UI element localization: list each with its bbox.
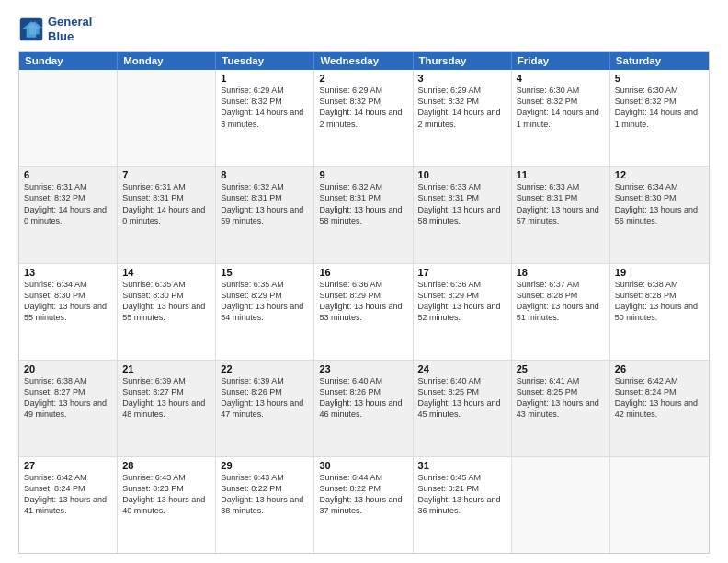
cell-text: Sunrise: 6:29 AMSunset: 8:32 PMDaylight:…: [319, 85, 407, 130]
calendar-cell: 28Sunrise: 6:43 AMSunset: 8:23 PMDayligh…: [118, 457, 216, 553]
day-number: 31: [418, 460, 506, 471]
cell-text: Sunrise: 6:37 AMSunset: 8:28 PMDaylight:…: [517, 279, 605, 324]
cell-text: Sunrise: 6:44 AMSunset: 8:22 PMDaylight:…: [319, 472, 407, 517]
cell-text: Sunrise: 6:30 AMSunset: 8:32 PMDaylight:…: [615, 85, 704, 130]
calendar-cell: 5Sunrise: 6:30 AMSunset: 8:32 PMDaylight…: [610, 70, 709, 166]
day-number: 23: [319, 363, 407, 374]
cell-text: Sunrise: 6:31 AMSunset: 8:31 PMDaylight:…: [122, 181, 210, 226]
calendar-row: 1Sunrise: 6:29 AMSunset: 8:32 PMDaylight…: [19, 70, 709, 167]
calendar-header-cell: Tuesday: [216, 52, 314, 70]
cell-text: Sunrise: 6:29 AMSunset: 8:32 PMDaylight:…: [418, 85, 506, 130]
calendar-row: 6Sunrise: 6:31 AMSunset: 8:32 PMDaylight…: [19, 167, 709, 263]
calendar-cell: 2Sunrise: 6:29 AMSunset: 8:32 PMDaylight…: [314, 70, 413, 166]
day-number: 4: [517, 73, 605, 84]
calendar-cell: [610, 457, 709, 553]
day-number: 10: [418, 169, 506, 180]
calendar-cell: 7Sunrise: 6:31 AMSunset: 8:31 PMDaylight…: [118, 167, 216, 262]
day-number: 9: [319, 169, 407, 180]
calendar-cell: [512, 457, 610, 553]
cell-text: Sunrise: 6:40 AMSunset: 8:25 PMDaylight:…: [418, 375, 506, 420]
day-number: 25: [517, 363, 605, 374]
calendar-cell: 27Sunrise: 6:42 AMSunset: 8:24 PMDayligh…: [19, 457, 118, 553]
cell-text: Sunrise: 6:30 AMSunset: 8:32 PMDaylight:…: [517, 85, 605, 130]
calendar-cell: 9Sunrise: 6:32 AMSunset: 8:31 PMDaylight…: [314, 167, 413, 262]
calendar-cell: 11Sunrise: 6:33 AMSunset: 8:31 PMDayligh…: [512, 167, 610, 262]
calendar-cell: 14Sunrise: 6:35 AMSunset: 8:30 PMDayligh…: [118, 264, 216, 360]
cell-text: Sunrise: 6:45 AMSunset: 8:21 PMDaylight:…: [418, 472, 506, 517]
cell-text: Sunrise: 6:36 AMSunset: 8:29 PMDaylight:…: [319, 279, 407, 324]
day-number: 18: [517, 267, 605, 278]
day-number: 29: [221, 460, 309, 471]
cell-text: Sunrise: 6:40 AMSunset: 8:26 PMDaylight:…: [319, 375, 407, 420]
day-number: 21: [122, 363, 210, 374]
day-number: 17: [418, 267, 506, 278]
cell-text: Sunrise: 6:35 AMSunset: 8:29 PMDaylight:…: [221, 279, 309, 324]
cell-text: Sunrise: 6:39 AMSunset: 8:26 PMDaylight:…: [221, 375, 309, 420]
calendar-row: 27Sunrise: 6:42 AMSunset: 8:24 PMDayligh…: [19, 457, 709, 553]
cell-text: Sunrise: 6:39 AMSunset: 8:27 PMDaylight:…: [122, 375, 210, 420]
calendar-cell: 21Sunrise: 6:39 AMSunset: 8:27 PMDayligh…: [118, 361, 216, 456]
page: General Blue SundayMondayTuesdayWednesda…: [0, 0, 728, 563]
day-number: 27: [24, 460, 112, 471]
day-number: 6: [24, 169, 112, 180]
calendar-cell: 25Sunrise: 6:41 AMSunset: 8:25 PMDayligh…: [512, 361, 610, 456]
cell-text: Sunrise: 6:34 AMSunset: 8:30 PMDaylight:…: [615, 181, 704, 226]
cell-text: Sunrise: 6:32 AMSunset: 8:31 PMDaylight:…: [221, 181, 309, 226]
day-number: 14: [122, 267, 210, 278]
cell-text: Sunrise: 6:41 AMSunset: 8:25 PMDaylight:…: [517, 375, 605, 420]
day-number: 1: [221, 73, 309, 84]
day-number: 20: [24, 363, 112, 374]
cell-text: Sunrise: 6:42 AMSunset: 8:24 PMDaylight:…: [24, 472, 112, 517]
calendar-cell: 3Sunrise: 6:29 AMSunset: 8:32 PMDaylight…: [414, 70, 512, 166]
day-number: 2: [319, 73, 407, 84]
cell-text: Sunrise: 6:42 AMSunset: 8:24 PMDaylight:…: [615, 375, 704, 420]
cell-text: Sunrise: 6:34 AMSunset: 8:30 PMDaylight:…: [24, 279, 112, 324]
calendar-cell: 4Sunrise: 6:30 AMSunset: 8:32 PMDaylight…: [512, 70, 610, 166]
day-number: 15: [221, 267, 309, 278]
cell-text: Sunrise: 6:38 AMSunset: 8:27 PMDaylight:…: [24, 375, 112, 420]
calendar-cell: 24Sunrise: 6:40 AMSunset: 8:25 PMDayligh…: [414, 361, 512, 456]
day-number: 24: [418, 363, 506, 374]
day-number: 26: [615, 363, 704, 374]
calendar-cell: [118, 70, 216, 166]
cell-text: Sunrise: 6:43 AMSunset: 8:23 PMDaylight:…: [122, 472, 210, 517]
calendar-cell: 15Sunrise: 6:35 AMSunset: 8:29 PMDayligh…: [216, 264, 314, 360]
logo-text: General Blue: [48, 15, 92, 43]
day-number: 28: [122, 460, 210, 471]
calendar-header: SundayMondayTuesdayWednesdayThursdayFrid…: [19, 52, 709, 70]
cell-text: Sunrise: 6:38 AMSunset: 8:28 PMDaylight:…: [615, 279, 704, 324]
calendar-header-cell: Friday: [512, 52, 610, 70]
calendar-cell: 20Sunrise: 6:38 AMSunset: 8:27 PMDayligh…: [19, 361, 118, 456]
calendar-cell: 18Sunrise: 6:37 AMSunset: 8:28 PMDayligh…: [512, 264, 610, 360]
cell-text: Sunrise: 6:32 AMSunset: 8:31 PMDaylight:…: [319, 181, 407, 226]
calendar-cell: 29Sunrise: 6:43 AMSunset: 8:22 PMDayligh…: [216, 457, 314, 553]
cell-text: Sunrise: 6:29 AMSunset: 8:32 PMDaylight:…: [221, 85, 309, 130]
calendar-cell: 8Sunrise: 6:32 AMSunset: 8:31 PMDaylight…: [216, 167, 314, 262]
calendar-body: 1Sunrise: 6:29 AMSunset: 8:32 PMDaylight…: [19, 70, 709, 553]
calendar-cell: 22Sunrise: 6:39 AMSunset: 8:26 PMDayligh…: [216, 361, 314, 456]
day-number: 8: [221, 169, 309, 180]
logo-icon: [18, 17, 44, 42]
calendar-header-cell: Sunday: [19, 52, 118, 70]
cell-text: Sunrise: 6:33 AMSunset: 8:31 PMDaylight:…: [418, 181, 506, 226]
calendar-cell: 19Sunrise: 6:38 AMSunset: 8:28 PMDayligh…: [610, 264, 709, 360]
day-number: 5: [615, 73, 704, 84]
cell-text: Sunrise: 6:43 AMSunset: 8:22 PMDaylight:…: [221, 472, 309, 517]
calendar-cell: 12Sunrise: 6:34 AMSunset: 8:30 PMDayligh…: [610, 167, 709, 262]
calendar-header-cell: Saturday: [610, 52, 709, 70]
day-number: 12: [615, 169, 704, 180]
logo: General Blue: [18, 15, 92, 43]
calendar-cell: 1Sunrise: 6:29 AMSunset: 8:32 PMDaylight…: [216, 70, 314, 166]
cell-text: Sunrise: 6:36 AMSunset: 8:29 PMDaylight:…: [418, 279, 506, 324]
calendar-header-cell: Wednesday: [314, 52, 413, 70]
day-number: 19: [615, 267, 704, 278]
calendar-cell: 13Sunrise: 6:34 AMSunset: 8:30 PMDayligh…: [19, 264, 118, 360]
calendar-header-cell: Thursday: [414, 52, 512, 70]
calendar-cell: 26Sunrise: 6:42 AMSunset: 8:24 PMDayligh…: [610, 361, 709, 456]
calendar-cell: 16Sunrise: 6:36 AMSunset: 8:29 PMDayligh…: [314, 264, 413, 360]
day-number: 7: [122, 169, 210, 180]
calendar-cell: 23Sunrise: 6:40 AMSunset: 8:26 PMDayligh…: [314, 361, 413, 456]
cell-text: Sunrise: 6:31 AMSunset: 8:32 PMDaylight:…: [24, 181, 112, 226]
calendar-cell: 10Sunrise: 6:33 AMSunset: 8:31 PMDayligh…: [414, 167, 512, 262]
calendar: SundayMondayTuesdayWednesdayThursdayFrid…: [18, 51, 710, 554]
